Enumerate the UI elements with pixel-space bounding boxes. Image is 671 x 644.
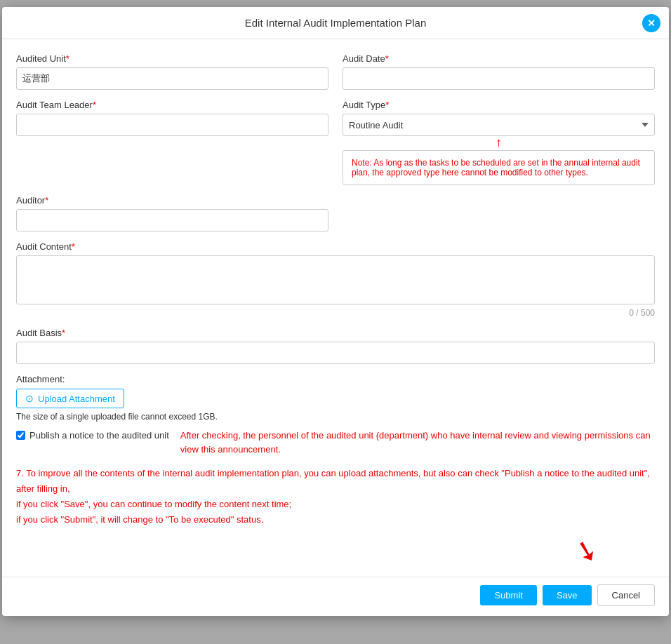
section-audit-content: Audit Content* 0 / 500 [16, 241, 655, 318]
instruction-box: 7. To improve all the contents of the in… [16, 466, 655, 528]
audit-type-note-box: Note: As long as the tasks to be schedul… [343, 150, 655, 185]
audited-unit-input[interactable] [16, 67, 328, 90]
submit-arrow-icon: ➘ [571, 532, 603, 570]
audit-date-input[interactable] [343, 67, 655, 90]
submit-button[interactable]: Submit [480, 585, 536, 605]
auditor-input[interactable] [16, 209, 328, 232]
modal-dialog: Edit Internal Audit Implementation Plan … [2, 7, 669, 616]
instruction-text: 7. To improve all the contents of the in… [16, 466, 655, 528]
audit-type-select[interactable]: Routine Audit [343, 114, 655, 136]
audit-basis-label: Audit Basis* [16, 328, 655, 338]
publish-notice-label[interactable]: Publish a notice to the audited unit [16, 430, 169, 441]
char-count: 0 / 500 [16, 308, 655, 318]
modal-overlay: Edit Internal Audit Implementation Plan … [0, 0, 671, 644]
audit-content-label: Audit Content* [16, 241, 655, 252]
modal-title: Edit Internal Audit Implementation Plan [245, 17, 427, 29]
cancel-button[interactable]: Cancel [597, 584, 655, 606]
close-button[interactable]: ✕ [642, 14, 660, 32]
col-audit-type: Audit Type* Routine Audit ↑ Note: As lon… [343, 100, 655, 185]
audit-team-leader-label: Audit Team Leader* [16, 100, 328, 110]
publish-notice-checkbox[interactable] [16, 431, 25, 440]
modal-body: Audited Unit* Audit Date* Audit Team Lea… [2, 39, 669, 577]
col-audit-team-leader: Audit Team Leader* [16, 100, 328, 185]
attachment-label: Attachment: [16, 374, 655, 384]
auditor-label: Auditor* [16, 195, 328, 206]
col-audited-unit: Audited Unit* [16, 53, 328, 90]
upload-icon: ⊙ [25, 393, 34, 404]
col-audit-date: Audit Date* [343, 53, 655, 90]
audit-team-leader-input[interactable] [16, 114, 328, 136]
row-audited-unit-audit-date: Audited Unit* Audit Date* [16, 53, 655, 90]
save-button[interactable]: Save [543, 585, 592, 605]
section-attachment: Attachment: ⊙ Upload Attachment The size… [16, 374, 655, 422]
audit-basis-input[interactable] [16, 342, 655, 364]
arrow-container: ➘ [16, 535, 655, 567]
modal-footer: Submit Save Cancel [2, 577, 669, 616]
audit-content-textarea[interactable] [16, 255, 655, 304]
col-auditor: Auditor* [16, 195, 328, 232]
publish-notice-text: Publish a notice to the audited unit [29, 430, 169, 441]
note-arrow: ↑ [343, 136, 655, 149]
section-publish-notice: Publish a notice to the audited unit Aft… [16, 429, 655, 456]
file-size-note: The size of a single uploaded file canno… [16, 412, 655, 422]
audit-type-note-text: Note: As long as the tasks to be schedul… [352, 158, 640, 177]
upload-btn-label: Upload Attachment [38, 394, 115, 404]
audited-unit-label: Audited Unit* [16, 53, 328, 64]
col-auditor-spacer [343, 195, 655, 232]
row-auditor: Auditor* [16, 195, 655, 232]
audit-date-label: Audit Date* [343, 53, 655, 64]
row-leader-type: Audit Team Leader* Audit Type* Routine A… [16, 100, 655, 185]
audit-type-label: Audit Type* [343, 100, 655, 110]
modal-header: Edit Internal Audit Implementation Plan … [2, 7, 669, 39]
upload-attachment-button[interactable]: ⊙ Upload Attachment [16, 389, 124, 408]
publish-notice-note: After checking, the personnel of the aud… [180, 429, 655, 456]
section-audit-basis: Audit Basis* [16, 328, 655, 364]
